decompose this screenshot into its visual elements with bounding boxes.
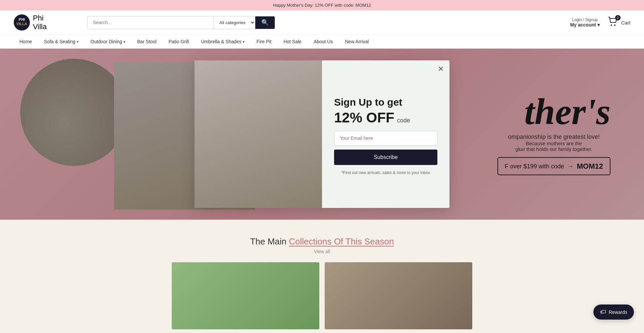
- logo-villa: Villa: [33, 22, 47, 31]
- modal-content: ✕ Sign Up to get 12% OFF code Subscribe …: [322, 60, 449, 208]
- chevron-icon: ▾: [77, 40, 78, 44]
- main-nav: Home Sofa & Seating ▾ Outdoor Dining ▾ B…: [0, 35, 644, 49]
- banner-text: Happy Mother's Day: 12% OFF with code: M…: [273, 3, 371, 8]
- header: PHI VILLA Phi Villa All categories 🔍 Log…: [0, 10, 644, 35]
- svg-text:VILLA: VILLA: [16, 22, 27, 26]
- nav-item-fire-pit[interactable]: Fire Pit: [251, 35, 277, 48]
- logo-icon: PHI VILLA: [13, 14, 30, 31]
- modal-email-input[interactable]: [334, 131, 437, 146]
- signup-modal: ✕ Sign Up to get 12% OFF code Subscribe …: [195, 60, 449, 208]
- category-select[interactable]: All categories: [214, 16, 255, 29]
- logo-phi: Phi: [33, 14, 47, 22]
- collection-card-2[interactable]: [325, 262, 472, 329]
- collections-subtitle[interactable]: View all: [13, 249, 631, 254]
- cart-label: Cart: [621, 20, 631, 25]
- nav-item-new-arrival[interactable]: New Arrival: [339, 35, 375, 48]
- header-right: Login / Signup My account ▾ 0 Cart: [570, 16, 631, 29]
- nav-item-umbrella-shades[interactable]: Umbrella & Shades ▾: [195, 35, 251, 48]
- nav-item-patio-grill[interactable]: Patio Grill: [163, 35, 195, 48]
- rewards-icon: 🏷: [600, 309, 606, 316]
- chevron-down-icon: ▾: [597, 22, 600, 27]
- collection-card-1[interactable]: [172, 262, 319, 329]
- nav-item-about-us[interactable]: About Us: [308, 35, 339, 48]
- collections-section: The Main Collections Of This Season View…: [0, 220, 644, 333]
- rewards-button[interactable]: 🏷 Rewards: [593, 304, 634, 320]
- search-icon: 🔍: [261, 19, 269, 26]
- modal-highlight-block: 12% OFF code: [334, 111, 437, 125]
- modal-close-button[interactable]: ✕: [436, 64, 445, 74]
- nav-item-bar-stool[interactable]: Bar Stool: [131, 35, 163, 48]
- cart-badge: 0: [615, 15, 621, 20]
- top-banner: Happy Mother's Day: 12% OFF with code: M…: [0, 0, 644, 10]
- my-account-label[interactable]: My account ▾: [570, 22, 600, 27]
- svg-text:PHI: PHI: [19, 17, 25, 21]
- collections-title-em: Collections Of This Season: [289, 236, 394, 246]
- hero-section: ther's ompanionship is the greatest love…: [0, 49, 644, 220]
- modal-image: [195, 60, 322, 208]
- login-signup-label: Login / Signup: [570, 17, 600, 22]
- nav-item-hot-sale[interactable]: Hot Sale: [277, 35, 308, 48]
- collections-grid: [13, 262, 631, 329]
- logo[interactable]: PHI VILLA Phi Villa: [13, 14, 80, 31]
- modal-fine-print: *Find out new arrivals, sales & more to …: [334, 170, 437, 176]
- modal-title: Sign Up to get: [334, 96, 437, 109]
- nav-item-sofa-seating[interactable]: Sofa & Seating ▾: [38, 35, 84, 48]
- modal-overlay: ✕ Sign Up to get 12% OFF code Subscribe …: [0, 49, 644, 220]
- chevron-icon: ▾: [243, 40, 245, 44]
- cart-icon-wrap: 0: [608, 16, 619, 29]
- nav-item-outdoor-dining[interactable]: Outdoor Dining ▾: [85, 35, 131, 48]
- svg-point-4: [614, 24, 615, 26]
- nav-item-home[interactable]: Home: [13, 35, 38, 48]
- search-button[interactable]: 🔍: [255, 16, 275, 29]
- collections-title: The Main Collections Of This Season: [13, 236, 631, 247]
- login-area[interactable]: Login / Signup My account ▾: [570, 17, 600, 27]
- search-input[interactable]: [88, 16, 214, 29]
- chevron-icon: ▾: [123, 40, 125, 44]
- cart-area[interactable]: 0 Cart: [608, 16, 631, 29]
- rewards-label: Rewards: [609, 310, 627, 315]
- search-bar: All categories 🔍: [87, 16, 275, 29]
- svg-point-3: [611, 24, 612, 26]
- modal-highlight: 12% OFF: [334, 111, 394, 125]
- modal-subscribe-button[interactable]: Subscribe: [334, 150, 437, 165]
- modal-code-label: code: [397, 117, 410, 124]
